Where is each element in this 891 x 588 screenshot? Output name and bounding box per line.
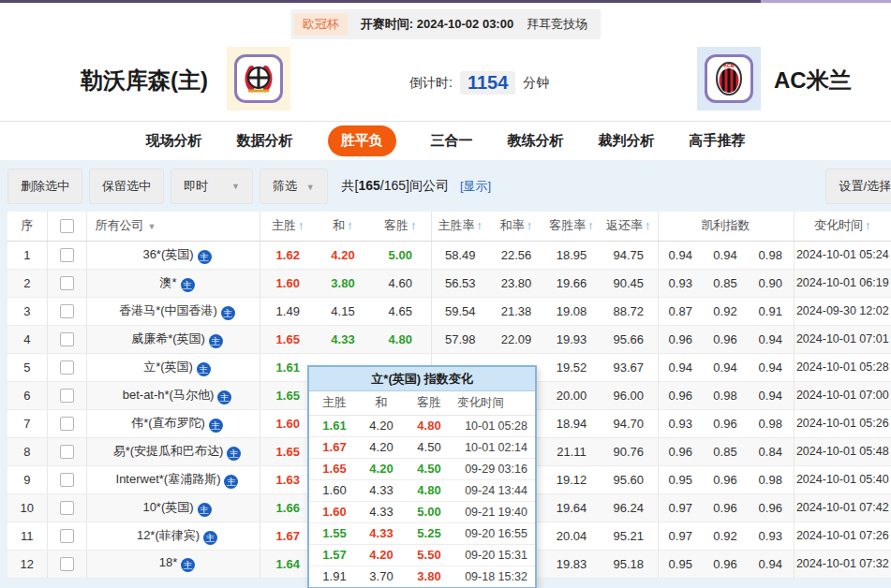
tab-bar: 现场分析数据分析胜平负三合一教练分析裁判分析高手推荐 — [0, 122, 891, 160]
home-odds-cell[interactable]: 1.49 — [260, 297, 316, 325]
return-rate-cell: 94.75 — [600, 241, 658, 269]
tab-referee-analysis[interactable]: 裁判分析 — [599, 132, 655, 150]
draw-odds-cell[interactable]: 4.33 — [316, 325, 370, 353]
tab-win-draw-lose[interactable]: 胜平负 — [328, 125, 396, 156]
leverkusen-crest-icon — [238, 58, 279, 99]
odds-history-popup: 立*(英国) 指数变化 主胜 和 客胜 变化时间 1.614.204.8010-… — [307, 365, 537, 588]
col-home-sort[interactable]: 主胜↑ — [260, 212, 316, 241]
away-rate-cell: 19.08 — [543, 297, 600, 325]
company-cell[interactable]: 36*(英国)主 — [86, 241, 260, 269]
row-checkbox[interactable] — [60, 417, 74, 431]
row-checkbox[interactable] — [60, 473, 74, 487]
company-cell[interactable]: 18*主 — [86, 550, 260, 578]
tab-expert-picks[interactable]: 高手推荐 — [690, 132, 746, 150]
tab-three-in-one[interactable]: 三合一 — [431, 132, 473, 150]
countdown-unit: 分钟 — [523, 75, 549, 92]
home-odds-cell[interactable]: 1.62 — [260, 241, 316, 269]
company-name: 36*(英国) — [142, 247, 193, 261]
row-checkbox[interactable] — [60, 276, 74, 290]
row-select-cell — [47, 437, 86, 465]
col-company[interactable]: 所有公司▼ — [86, 212, 260, 241]
company-name: 伟*(直布罗陀) — [131, 416, 205, 430]
company-cell[interactable]: bet-at-h*(马尔他)主 — [86, 381, 260, 409]
popup-away-cell: 4.50 — [403, 458, 455, 479]
draw-odds-cell[interactable]: 4.15 — [316, 297, 370, 325]
countdown-label: 倒计时: — [409, 75, 453, 92]
col-away-rate-sort[interactable]: 客胜率↑ — [543, 212, 600, 241]
home-odds-cell[interactable]: 1.65 — [260, 325, 316, 353]
home-odds-value: 1.62 — [276, 248, 300, 262]
row-checkbox[interactable] — [60, 360, 74, 375]
tab-coach-analysis[interactable]: 教练分析 — [508, 132, 564, 150]
company-cell[interactable]: 易*(安提瓜和巴布达)主 — [86, 437, 260, 465]
col-draw-sort[interactable]: 和↑ — [316, 212, 370, 241]
company-cell[interactable]: 10*(英国)主 — [86, 493, 260, 522]
company-cell[interactable]: 香港马*(中国香港)主 — [86, 297, 260, 325]
popup-time-cell: 09-29 03:16 — [455, 458, 535, 479]
popup-home-value: 1.60 — [322, 505, 346, 519]
popup-away-value: 5.50 — [417, 548, 440, 562]
row-checkbox[interactable] — [60, 557, 74, 571]
delete-selected-button[interactable]: 删除选中 — [7, 169, 82, 204]
company-cell[interactable]: Interwet*(塞浦路斯)主 — [86, 465, 260, 493]
filter-dropdown[interactable]: 筛选 ▼ — [260, 169, 328, 204]
popup-draw-value: 4.20 — [369, 419, 393, 433]
time-filter-dropdown[interactable]: 即时 ▼ — [171, 169, 253, 204]
row-checkbox[interactable] — [60, 501, 74, 515]
kelly-cell: 0.97 — [658, 522, 703, 550]
home-rate-cell: 57.98 — [431, 325, 489, 353]
popup-time-cell: 09-18 15:32 — [455, 566, 535, 587]
popup-away-value: 4.80 — [417, 483, 440, 497]
popup-draw-cell: 4.33 — [360, 479, 403, 501]
company-cell[interactable]: 12*(菲律宾)主 — [86, 522, 260, 550]
company-cell[interactable]: 威廉希*(英国)主 — [86, 325, 260, 353]
row-index: 4 — [7, 325, 47, 353]
home-team-name: 勒沃库森(主) — [81, 66, 208, 96]
col-draw-rate-sort[interactable]: 和率↑ — [489, 212, 543, 241]
company-name: 香港马*(中国香港) — [119, 303, 217, 317]
col-home-rate-sort[interactable]: 主胜率↑ — [431, 212, 489, 241]
company-name: 10*(英国) — [142, 500, 193, 514]
row-checkbox[interactable] — [60, 445, 74, 459]
main-company-badge-icon: 主 — [209, 334, 223, 348]
select-all-checkbox[interactable] — [60, 219, 74, 233]
change-time-cell: 2024-10-01 05:40 — [794, 465, 891, 493]
away-odds-cell[interactable]: 5.00 — [370, 241, 431, 269]
change-time-cell: 2024-10-01 07:42 — [794, 493, 891, 522]
company-name: 18* — [159, 555, 178, 569]
show-link[interactable]: [显示] — [460, 178, 491, 195]
settings-button[interactable]: 设置/选择 — [825, 169, 891, 204]
col-time-sort[interactable]: 变化时间↑ — [794, 212, 891, 241]
keep-selected-button[interactable]: 保留选中 — [89, 169, 164, 204]
row-checkbox[interactable] — [60, 304, 74, 318]
row-checkbox[interactable] — [60, 332, 74, 346]
tab-data-analysis[interactable]: 数据分析 — [237, 132, 293, 150]
row-checkbox[interactable] — [60, 248, 74, 262]
popup-away-cell: 4.50 — [403, 436, 455, 458]
company-cell[interactable]: 伟*(直布罗陀)主 — [86, 409, 260, 437]
away-odds-cell[interactable]: 4.65 — [370, 297, 431, 325]
row-checkbox[interactable] — [60, 389, 74, 403]
away-odds-cell[interactable]: 4.80 — [370, 325, 431, 353]
main-company-badge-icon: 主 — [197, 362, 211, 376]
company-cell[interactable]: 立*(英国)主 — [86, 353, 260, 381]
draw-odds-value: 4.33 — [331, 332, 354, 346]
away-odds-value: 5.00 — [389, 248, 412, 262]
away-odds-cell[interactable]: 4.60 — [370, 269, 431, 297]
draw-odds-cell[interactable]: 3.80 — [316, 269, 370, 297]
row-index: 5 — [7, 353, 47, 381]
table-row: 4威廉希*(英国)主1.654.334.8057.9822.0919.9395.… — [7, 325, 891, 353]
change-time-cell: 2024-10-01 07:01 — [794, 325, 891, 353]
row-checkbox[interactable] — [60, 529, 74, 543]
sort-up-icon: ↑ — [645, 218, 651, 232]
col-away-sort[interactable]: 客胜↑ — [370, 212, 431, 241]
col-return-rate-sort[interactable]: 返还率↑ — [600, 212, 658, 241]
home-odds-cell[interactable]: 1.60 — [260, 269, 316, 297]
company-cell[interactable]: 澳*主 — [86, 269, 260, 297]
content-area: 删除选中 保留选中 即时 ▼ 筛选 ▼ 共[165/165]间公司 [显示] 设… — [0, 160, 891, 588]
main-company-badge-icon: 主 — [227, 447, 241, 461]
tab-live-analysis[interactable]: 现场分析 — [146, 132, 202, 150]
popup-home-value: 1.91 — [322, 569, 346, 583]
popup-time-cell: 09-24 13:44 — [455, 479, 535, 501]
draw-odds-cell[interactable]: 4.20 — [316, 241, 370, 269]
